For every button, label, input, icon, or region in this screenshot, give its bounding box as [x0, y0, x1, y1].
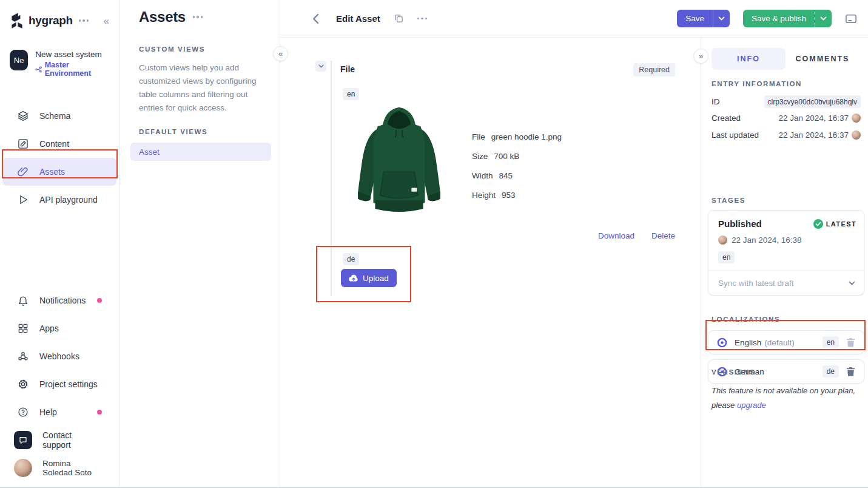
- delete-localization-button[interactable]: [846, 337, 855, 347]
- sidebar-collapse-icon[interactable]: «: [104, 16, 109, 26]
- created-value: 22 Jan 2024, 16:37: [778, 114, 849, 123]
- user-menu[interactable]: Romina Soledad Soto: [2, 454, 116, 482]
- localization-row-english[interactable]: English (default) en: [708, 330, 864, 354]
- info-panel-collapse-icon[interactable]: »: [693, 49, 708, 64]
- main-sidebar: hygraph « Ne New asset system Master Env…: [0, 0, 119, 487]
- versions-upsell-text: This feature is not available on your pl…: [712, 384, 866, 413]
- default-views-heading: DEFAULT VIEWS: [139, 128, 265, 135]
- entry-id-value[interactable]: clrp3cvye00dc0bvuju68hqlv: [764, 95, 861, 108]
- sidebar-item-schema[interactable]: Schema: [2, 102, 116, 130]
- info-panel: » INFO COMMENTS ENTRY INFORMATION ID clr…: [701, 38, 868, 487]
- branch-icon: [35, 66, 42, 73]
- download-link[interactable]: Download: [598, 231, 634, 240]
- sidebar-item-api-playground[interactable]: API playground: [2, 186, 116, 214]
- sidebar-item-notifications[interactable]: Notifications: [2, 286, 116, 314]
- sidebar-item-assets[interactable]: Assets: [2, 158, 116, 186]
- project-initials-badge: Ne: [10, 50, 28, 70]
- published-date: 22 Jan 2024, 16:38: [732, 236, 802, 245]
- views-panel: Assets CUSTOM VIEWS Custom views help yo…: [119, 0, 280, 487]
- back-button[interactable]: [308, 12, 323, 26]
- save-dropdown-button[interactable]: [713, 10, 730, 27]
- sidebar-item-label: Contact support: [42, 430, 102, 450]
- locale-badge-en: en: [343, 88, 359, 100]
- versions-heading: VERSIONS: [712, 368, 755, 376]
- help-dot: [97, 410, 102, 415]
- field-indent-line: [331, 61, 332, 296]
- asset-preview-image[interactable]: [353, 102, 445, 221]
- delete-localization-button[interactable]: [846, 367, 855, 376]
- app-window: hygraph « Ne New asset system Master Env…: [0, 0, 868, 488]
- locale-badge-de: de: [343, 253, 359, 265]
- save-button[interactable]: Save: [677, 10, 713, 27]
- visibility-icon[interactable]: [717, 337, 727, 348]
- stages-heading: STAGES: [712, 197, 745, 204]
- sidebar-item-label: Project settings: [39, 379, 98, 389]
- latest-label: LATEST: [826, 220, 856, 228]
- stage-name: Published: [718, 219, 762, 229]
- entry-information-heading: ENTRY INFORMATION: [712, 80, 802, 87]
- workspace-more-icon[interactable]: [79, 19, 89, 22]
- panel-toggle-icon: [845, 13, 857, 24]
- sidebar-nav: Schema Content Assets API playground: [0, 102, 119, 214]
- upload-button[interactable]: Upload: [341, 269, 397, 287]
- sync-dropdown[interactable]: Sync with latest draft: [708, 270, 864, 295]
- sidebar-item-help[interactable]: Help: [2, 398, 116, 426]
- sidebar-item-webhooks[interactable]: Webhooks: [2, 342, 116, 370]
- meta-label: File: [472, 132, 485, 141]
- localization-name: English: [735, 338, 761, 347]
- chat-bubble-icon: [14, 431, 32, 449]
- check-circle-icon: [813, 219, 823, 229]
- stage-card: Published LATEST 22 Jan 2024, 16:38 en S…: [708, 210, 864, 296]
- logo-text: hygraph: [29, 14, 73, 27]
- updated-value: 22 Jan 2024, 16:37: [778, 130, 849, 140]
- trash-icon: [846, 367, 855, 376]
- project-switcher[interactable]: Ne New asset system Master Environment: [10, 50, 109, 78]
- apps-grid-icon: [17, 322, 29, 334]
- panel-toggle-button[interactable]: [845, 13, 857, 24]
- notification-dot: [97, 298, 102, 303]
- meta-value: 700 kB: [494, 152, 519, 161]
- views-more-icon[interactable]: [193, 16, 203, 18]
- upgrade-link[interactable]: upgrade: [737, 401, 766, 410]
- updated-label: Last updated: [712, 130, 759, 140]
- views-collapse-icon[interactable]: «: [273, 46, 288, 61]
- chevron-down-icon: [318, 64, 324, 68]
- save-publish-dropdown-button[interactable]: [815, 10, 832, 27]
- save-publish-button[interactable]: Save & publish: [743, 10, 815, 27]
- id-label: ID: [712, 97, 720, 106]
- webhook-icon: [17, 350, 29, 362]
- sidebar-item-label: Apps: [39, 324, 59, 333]
- page-title: Edit Asset: [336, 13, 380, 24]
- sidebar-item-label: Webhooks: [39, 351, 79, 361]
- tab-comments[interactable]: COMMENTS: [786, 48, 860, 70]
- logo-row: hygraph «: [0, 10, 119, 32]
- paperclip-icon: [17, 166, 29, 178]
- field-collapse-button[interactable]: [315, 61, 326, 72]
- delete-link[interactable]: Delete: [651, 231, 675, 240]
- toolbar-more-icon[interactable]: [417, 18, 428, 20]
- sidebar-item-project-settings[interactable]: Project settings: [2, 370, 116, 398]
- localizations-heading: LOCALIZATIONS: [712, 316, 780, 323]
- gear-icon: [17, 378, 29, 390]
- duplicate-button[interactable]: [394, 13, 404, 24]
- user-avatar: [14, 459, 32, 477]
- sidebar-item-content[interactable]: Content: [2, 130, 116, 158]
- sidebar-item-contact-support[interactable]: Contact support: [2, 426, 116, 454]
- sidebar-item-label: Assets: [39, 167, 65, 177]
- views-panel-title: Assets: [139, 8, 186, 25]
- save-publish-button-group: Save & publish: [743, 10, 832, 27]
- environment-link[interactable]: Master Environment: [35, 61, 109, 78]
- sidebar-item-label: Notifications: [39, 296, 86, 305]
- sidebar-item-apps[interactable]: Apps: [2, 314, 116, 342]
- tab-info[interactable]: INFO: [712, 48, 786, 70]
- user-avatar: [852, 114, 861, 123]
- view-item-asset[interactable]: Asset: [130, 143, 271, 161]
- field-label: File: [340, 64, 355, 74]
- cloud-upload-icon: [349, 274, 358, 282]
- info-tabs: INFO COMMENTS: [712, 48, 860, 70]
- custom-views-description: Custom views help you add customized vie…: [139, 61, 267, 115]
- hygraph-logo-icon: [10, 13, 24, 29]
- upload-label: Upload: [363, 274, 389, 283]
- file-metadata: Filegreen hoodie 1.png Size700 kB Width8…: [472, 127, 562, 205]
- user-name: Romina Soledad Soto: [42, 459, 102, 477]
